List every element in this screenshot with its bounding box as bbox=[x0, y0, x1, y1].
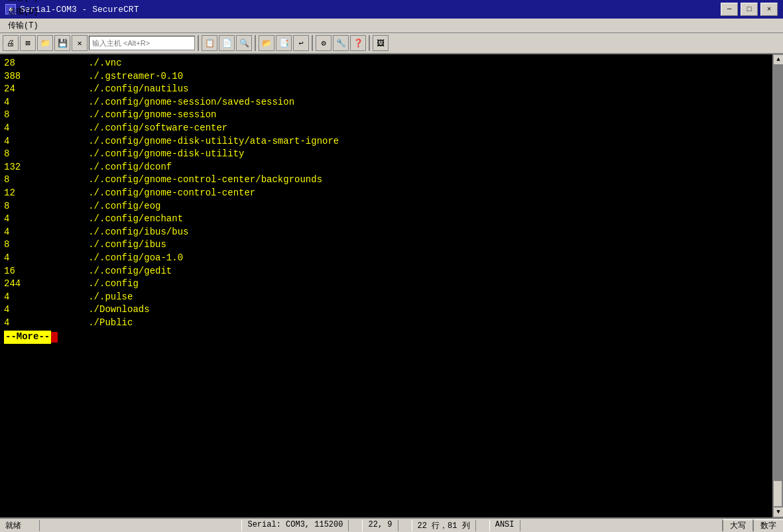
line-path: ./Public bbox=[44, 317, 133, 330]
terminal-line: 16 ./.config/gedit bbox=[4, 265, 768, 278]
toolbar-btn-10[interactable]: 📑 bbox=[276, 35, 292, 51]
line-path: ./.config/gnome-control-center bbox=[44, 187, 255, 200]
line-number: 28 bbox=[4, 57, 44, 70]
toolbar-separator-4 bbox=[369, 35, 370, 51]
line-path: ./.config/ibus bbox=[44, 239, 166, 252]
toolbar-btn-9[interactable]: 📂 bbox=[259, 35, 274, 51]
line-path: ./.config/gnome-disk-utility/ata-smart-i… bbox=[44, 135, 339, 148]
terminal-line: 244 ./.config bbox=[4, 278, 768, 291]
close-button[interactable]: × bbox=[760, 3, 778, 16]
terminal-line: 8 ./.config/ibus bbox=[4, 239, 768, 252]
line-number: 12 bbox=[4, 187, 44, 200]
main-wrapper: 28 ./.vnc388 ./.gstreamer-0.1024 ./.conf… bbox=[0, 54, 783, 517]
line-number: 244 bbox=[4, 278, 44, 291]
more-bar: --More-- bbox=[4, 331, 768, 344]
terminal-line: 4 ./.pulse bbox=[4, 291, 768, 304]
title-bar: ■ Serial-COM3 - SecureCRT ─ □ × bbox=[0, 0, 783, 19]
menu-item-v[interactable]: 查看(V) bbox=[3, 0, 44, 5]
line-number: 4 bbox=[4, 122, 44, 135]
status-caps: 大写 bbox=[722, 519, 753, 531]
terminal-line: 4 ./.config/gnome-session/saved-session bbox=[4, 96, 768, 109]
terminal-line: 4 ./.config/software-center bbox=[4, 122, 768, 135]
line-path: ./.config/gnome-control-center/backgroun… bbox=[44, 174, 322, 187]
title-bar-controls: ─ □ × bbox=[721, 3, 778, 16]
terminal-line: 8 ./.config/gnome-control-center/backgro… bbox=[4, 174, 768, 187]
line-path: ./Downloads bbox=[44, 303, 150, 317]
line-path: ./.config/goa-1.0 bbox=[44, 252, 183, 265]
line-number: 8 bbox=[4, 174, 44, 187]
line-number: 4 bbox=[4, 303, 44, 317]
cursor bbox=[51, 332, 58, 343]
toolbar-separator-2 bbox=[255, 35, 256, 51]
toolbar: 🖨 ⊠ 📁 💾 ✕ 📋 📄 🔍 📂 📑 ↩ ⚙ 🔧 ❓ 🖼 bbox=[0, 33, 783, 54]
scrollbar[interactable]: ▲ ▼ bbox=[772, 54, 783, 517]
terminal-line: 12 ./.config/gnome-control-center bbox=[4, 187, 768, 200]
toolbar-btn-15[interactable]: 🖼 bbox=[373, 35, 389, 51]
toolbar-btn-8[interactable]: 🔍 bbox=[236, 35, 252, 51]
toolbar-btn-3[interactable]: 📁 bbox=[37, 35, 53, 51]
terminal-line: 4 ./Downloads bbox=[4, 303, 768, 317]
status-bar: 就绪 Serial: COM3, 115200 22, 9 22 行，81 列 … bbox=[0, 517, 783, 532]
menu-item-t[interactable]: 传输(T) bbox=[3, 19, 44, 32]
line-number: 8 bbox=[4, 239, 44, 252]
terminal-line: 4 ./Public bbox=[4, 317, 768, 330]
terminal-line: 28 ./.vnc bbox=[4, 57, 768, 70]
line-path: ./.config/eog bbox=[44, 200, 160, 213]
status-connection: Serial: COM3, 115200 bbox=[241, 520, 349, 531]
scroll-track[interactable] bbox=[773, 65, 783, 507]
line-number: 8 bbox=[4, 200, 44, 213]
status-lines: 22 行，81 列 bbox=[412, 520, 476, 531]
terminal[interactable]: 28 ./.vnc388 ./.gstreamer-0.1024 ./.conf… bbox=[0, 54, 772, 517]
terminal-line: 4 ./.config/ibus/bus bbox=[4, 226, 768, 239]
toolbar-btn-1[interactable]: 🖨 bbox=[3, 35, 19, 51]
toolbar-btn-13[interactable]: 🔧 bbox=[333, 35, 349, 51]
line-number: 4 bbox=[4, 226, 44, 239]
line-number: 4 bbox=[4, 96, 44, 109]
line-path: ./.config bbox=[44, 278, 139, 291]
toolbar-btn-11[interactable]: ↩ bbox=[293, 35, 309, 51]
toolbar-btn-4[interactable]: 💾 bbox=[54, 35, 70, 51]
terminal-line: 8 ./.config/gnome-disk-utility bbox=[4, 148, 768, 161]
status-num: 数字 bbox=[753, 519, 783, 531]
terminal-line: 132 ./.config/dconf bbox=[4, 161, 768, 174]
toolbar-btn-12[interactable]: ⚙ bbox=[316, 35, 331, 51]
line-path: ./.config/ibus/bus bbox=[44, 226, 188, 239]
minimize-button[interactable]: ─ bbox=[721, 3, 738, 16]
toolbar-btn-6[interactable]: 📋 bbox=[202, 35, 217, 51]
scroll-thumb[interactable] bbox=[773, 480, 782, 507]
menu-item-o[interactable]: 选项(O) bbox=[3, 5, 44, 19]
status-position: 22, 9 bbox=[362, 520, 398, 531]
line-path: ./.config/enchant bbox=[44, 213, 183, 226]
line-path: ./.config/nautilus bbox=[44, 83, 188, 96]
terminal-line: 4 ./.config/enchant bbox=[4, 213, 768, 226]
toolbar-btn-7[interactable]: 📄 bbox=[219, 35, 235, 51]
scroll-up-button[interactable]: ▲ bbox=[773, 54, 783, 65]
line-path: ./.config/gedit bbox=[44, 265, 172, 278]
toolbar-btn-5[interactable]: ✕ bbox=[72, 35, 88, 51]
line-number: 132 bbox=[4, 161, 44, 174]
status-right: 大写 数字 bbox=[722, 519, 783, 531]
line-path: ./.gstreamer-0.10 bbox=[44, 70, 183, 83]
line-path: ./.config/dconf bbox=[44, 161, 172, 174]
host-input[interactable] bbox=[89, 36, 195, 50]
line-path: ./.pulse bbox=[44, 291, 133, 304]
terminal-line: 8 ./.config/gnome-session bbox=[4, 109, 768, 122]
scroll-down-button[interactable]: ▼ bbox=[773, 507, 783, 517]
line-number: 4 bbox=[4, 213, 44, 226]
more-text: --More-- bbox=[4, 331, 51, 344]
toolbar-separator bbox=[198, 35, 199, 51]
maximize-button[interactable]: □ bbox=[741, 3, 758, 16]
line-number: 8 bbox=[4, 148, 44, 161]
line-path: ./.vnc bbox=[44, 57, 122, 70]
line-number: 24 bbox=[4, 83, 44, 96]
terminal-line: 388 ./.gstreamer-0.10 bbox=[4, 70, 768, 83]
line-path: ./.config/software-center bbox=[44, 122, 227, 135]
line-path: ./.config/gnome-session/saved-session bbox=[44, 96, 294, 109]
line-path: ./.config/gnome-session bbox=[44, 109, 216, 122]
line-number: 4 bbox=[4, 135, 44, 148]
status-ready: 就绪 bbox=[0, 520, 40, 531]
terminal-line: 8 ./.config/eog bbox=[4, 200, 768, 213]
toolbar-btn-2[interactable]: ⊠ bbox=[20, 35, 36, 51]
toolbar-btn-14[interactable]: ❓ bbox=[350, 35, 366, 51]
status-middle: Serial: COM3, 115200 22, 9 22 行，81 列 ANS… bbox=[40, 520, 722, 531]
